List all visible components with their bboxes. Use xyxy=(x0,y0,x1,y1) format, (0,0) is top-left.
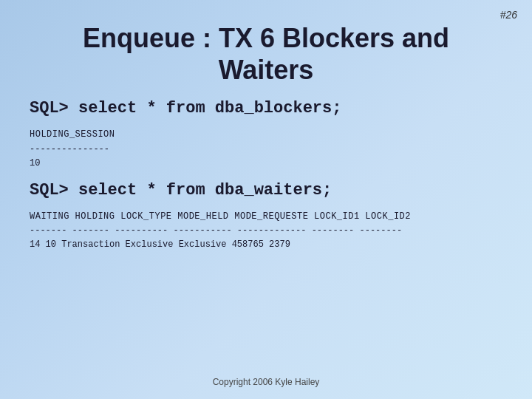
col1-divider: --------------- xyxy=(30,143,502,157)
col2-row: 14 10 Transaction Exclusive Exclusive 45… xyxy=(30,238,502,252)
query-1-results: HOLDING_SESSION --------------- 10 xyxy=(30,128,502,171)
slide-title: Enqueue : TX 6 Blockers and Waiters xyxy=(30,22,502,86)
col2-header: WAITING HOLDING LOCK_TYPE MODE_HELD MODE… xyxy=(30,210,502,224)
slide-number: #26 xyxy=(500,9,517,21)
col2-divider: ------- ------- ---------- ----------- -… xyxy=(30,224,502,238)
slide-container: #26 Enqueue : TX 6 Blockers and Waiters … xyxy=(0,0,532,399)
sql-query-2: SQL> select * from dba_waiters; xyxy=(30,181,502,200)
copyright: Copyright 2006 Kyle Hailey xyxy=(0,377,532,387)
first-sql-section: SQL> select * from dba_blockers; HOLDING… xyxy=(30,99,502,171)
query-2-results: WAITING HOLDING LOCK_TYPE MODE_HELD MODE… xyxy=(30,210,502,253)
second-sql-section: SQL> select * from dba_waiters; WAITING … xyxy=(30,181,502,253)
col1-header: HOLDING_SESSION xyxy=(30,128,502,142)
sql-query-1: SQL> select * from dba_blockers; xyxy=(30,99,502,117)
col1-value: 10 xyxy=(30,157,502,171)
